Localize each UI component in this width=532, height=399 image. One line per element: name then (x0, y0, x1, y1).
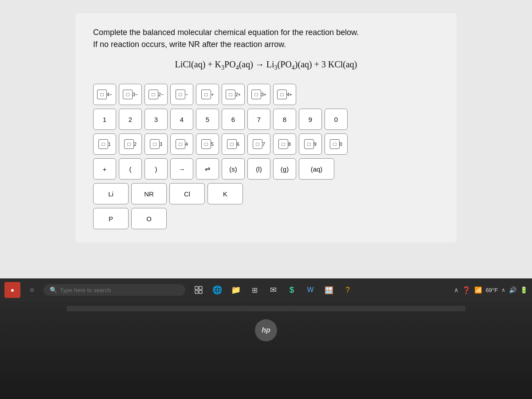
mail-icon[interactable]: ✉ (265, 282, 281, 298)
search-input[interactable] (60, 287, 175, 293)
keyboard-row-elements2: P O (93, 208, 167, 229)
key-sub-4[interactable]: □4 (170, 133, 193, 155)
key-8[interactable]: 8 (273, 109, 296, 130)
search-icon: 🔍 (50, 286, 57, 293)
key-4[interactable]: 4 (170, 109, 193, 130)
key-1[interactable]: 1 (93, 109, 116, 130)
help-circle-icon[interactable]: ❓ (462, 286, 471, 294)
app-icon[interactable]: ⊞ (246, 282, 262, 298)
key-7[interactable]: 7 (247, 109, 270, 130)
key-3[interactable]: 3 (145, 109, 168, 130)
key-arrow[interactable]: → (170, 158, 193, 180)
key-4minus[interactable]: □4− (93, 84, 116, 105)
word-icon[interactable]: W (302, 282, 318, 298)
question-text: Complete the balanced molecular chemical… (93, 27, 439, 51)
question-line1: Complete the balanced molecular chemical… (93, 28, 359, 37)
key-p[interactable]: P (93, 208, 129, 229)
keyboard-row-subscripts: □1 □2 □3 □4 □5 □6 □7 (93, 133, 348, 155)
network-icon[interactable]: 📶 (474, 286, 482, 293)
svg-rect-3 (199, 290, 202, 293)
laptop-hinge (66, 306, 466, 311)
screen: Complete the balanced molecular chemical… (0, 0, 532, 301)
question-line2: If no reaction occurs, write NR after th… (93, 40, 286, 49)
key-6[interactable]: 6 (222, 109, 245, 130)
taskbar-right-area: ∧ ❓ 📶 69°F ∧ 🔊 🔋 (454, 286, 528, 294)
taskbar-icon-group: 🌐 📁 ⊞ ✉ $ W 🪟 ? (191, 282, 356, 298)
key-cl[interactable]: Cl (169, 183, 205, 204)
key-3plus[interactable]: □3+ (247, 84, 270, 105)
key-open-paren[interactable]: ( (119, 158, 142, 180)
key-plus[interactable]: + (93, 158, 116, 180)
key-o[interactable]: O (131, 208, 167, 229)
question-area: Complete the balanced molecular chemical… (75, 13, 457, 243)
key-sub-7[interactable]: □7 (247, 133, 270, 155)
svg-rect-2 (195, 290, 198, 293)
dollar-icon[interactable]: $ (284, 282, 300, 298)
chevron-up-icon2[interactable]: ∧ (501, 287, 505, 293)
help-icon[interactable]: ? (340, 282, 356, 298)
taskbar-app-icon[interactable]: ● (4, 282, 20, 298)
chevron-up-icon[interactable]: ∧ (454, 286, 458, 293)
temperature-display: 69°F (485, 287, 498, 293)
key-sub-1[interactable]: □1 (93, 133, 116, 155)
taskbar-search-bar[interactable]: 🔍 (43, 284, 185, 296)
key-li[interactable]: Li (93, 183, 129, 204)
keyboard-row-elements1: Li NR Cl K (93, 183, 243, 204)
taskbar-search-icon[interactable]: ○ (24, 282, 40, 298)
key-sub-0[interactable]: □0 (325, 133, 348, 155)
keyboard-row-symbols: + ( ) → ⇌ (s) (l) (g) (aq) (93, 158, 334, 180)
key-sub-9[interactable]: □9 (299, 133, 322, 155)
key-sub-6[interactable]: □6 (222, 133, 245, 155)
keyboard-row-superscripts: □4− □3− □2− □− □+ □2+ □3+ (93, 84, 296, 105)
laptop-body (0, 301, 532, 399)
task-view-icon[interactable] (191, 282, 207, 298)
key-minus[interactable]: □− (170, 84, 193, 105)
key-5[interactable]: 5 (196, 109, 219, 130)
key-sub-2[interactable]: □2 (119, 133, 142, 155)
key-nr[interactable]: NR (131, 183, 167, 204)
key-close-paren[interactable]: ) (145, 158, 168, 180)
key-aqueous[interactable]: (aq) (299, 158, 334, 180)
hp-logo-area: hp (255, 319, 277, 341)
battery-icon[interactable]: 🔋 (520, 286, 528, 293)
hp-logo: hp (255, 319, 277, 341)
key-0[interactable]: 0 (325, 109, 348, 130)
speaker-icon[interactable]: 🔊 (509, 286, 516, 293)
taskbar: ● ○ 🔍 🌐 📁 ⊞ ✉ $ W 🪟 ? ∧ ❓ 📶 69°F ∧ 🔊 (0, 278, 532, 301)
key-k[interactable]: K (207, 183, 243, 204)
key-sub-5[interactable]: □5 (196, 133, 219, 155)
key-2[interactable]: 2 (119, 109, 142, 130)
key-4plus[interactable]: □4+ (273, 84, 296, 105)
key-2plus[interactable]: □2+ (222, 84, 245, 105)
key-3minus[interactable]: □3− (119, 84, 142, 105)
key-liquid[interactable]: (l) (247, 158, 270, 180)
key-solid[interactable]: (s) (222, 158, 245, 180)
svg-rect-0 (195, 286, 198, 289)
key-plus-sup[interactable]: □+ (196, 84, 219, 105)
windows-icon[interactable]: 🪟 (321, 282, 337, 298)
edge-icon[interactable]: 🌐 (209, 282, 225, 298)
key-sub-8[interactable]: □8 (273, 133, 296, 155)
key-sub-3[interactable]: □3 (145, 133, 168, 155)
chemistry-keyboard: □4− □3− □2− □− □+ □2+ □3+ (93, 84, 439, 229)
equation-display: LiCl(aq) + K3PO4(aq) → Li3(PO4)(aq) + 3 … (93, 59, 439, 71)
svg-rect-1 (199, 286, 202, 289)
files-icon[interactable]: 📁 (228, 282, 244, 298)
key-9[interactable]: 9 (299, 109, 322, 130)
key-2minus[interactable]: □2− (145, 84, 168, 105)
keyboard-row-numbers: 1 2 3 4 5 6 7 8 9 0 (93, 109, 348, 130)
key-gas[interactable]: (g) (273, 158, 296, 180)
key-equilibrium[interactable]: ⇌ (196, 158, 219, 180)
